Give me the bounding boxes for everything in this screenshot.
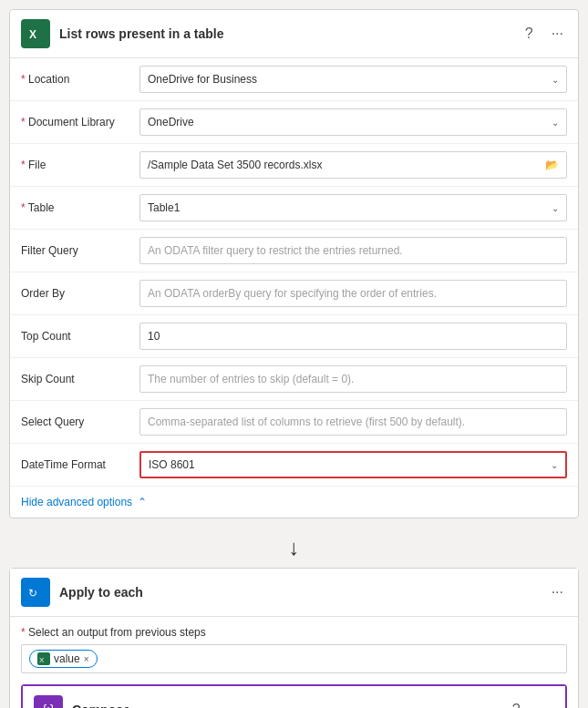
table-label: Table bbox=[21, 201, 139, 214]
compose-more-button[interactable]: ··· bbox=[535, 700, 554, 708]
more-button[interactable]: ··· bbox=[548, 24, 567, 44]
svg-text:X: X bbox=[39, 656, 45, 663]
down-arrow-icon: ↓ bbox=[289, 535, 300, 560]
list-rows-body: Location OneDrive for Business ⌄ Documen… bbox=[10, 58, 578, 518]
order-by-input[interactable]: An ODATA orderBy query for specifying th… bbox=[139, 280, 567, 307]
doc-library-row: Document Library OneDrive ⌄ bbox=[10, 101, 578, 144]
list-rows-title: List rows present in a table bbox=[59, 26, 521, 41]
excel-icon: X bbox=[21, 19, 50, 48]
apply-to-each-body: Select an output from previous steps X v… bbox=[10, 617, 578, 708]
skip-count-row: Skip Count The number of entries to skip… bbox=[10, 358, 578, 401]
compose-header: {;} Compose ? ··· bbox=[23, 686, 565, 708]
compose-card: {;} Compose ? ··· Inputs X StartDate bbox=[21, 684, 567, 708]
doc-library-label: Document Library bbox=[21, 116, 139, 128]
file-input[interactable]: /Sample Data Set 3500 records.xlsx 📂 bbox=[139, 151, 567, 179]
datetime-format-row: DateTime Format ISO 8601 ⌄ bbox=[10, 444, 578, 487]
hide-advanced-label: Hide advanced options bbox=[21, 496, 132, 508]
filter-query-label: Filter Query bbox=[21, 244, 139, 257]
file-value: /Sample Data Set 3500 records.xlsx bbox=[148, 159, 322, 171]
table-dropdown[interactable]: Table1 ⌄ bbox=[139, 194, 567, 221]
compose-help-button[interactable]: ? bbox=[509, 700, 524, 708]
location-arrow-icon: ⌄ bbox=[552, 75, 559, 85]
svg-text:X: X bbox=[29, 28, 36, 41]
select-query-input[interactable]: Comma-separated list of columns to retri… bbox=[139, 408, 567, 436]
select-query-row: Select Query Comma-separated list of col… bbox=[10, 401, 578, 444]
top-count-row: Top Count 10 bbox=[10, 315, 578, 358]
compose-header-actions: ? ··· bbox=[509, 700, 554, 708]
compose-title: Compose bbox=[72, 703, 509, 708]
doc-library-dropdown[interactable]: OneDrive ⌄ bbox=[139, 108, 567, 136]
filter-query-row: Filter Query An ODATA filter query to re… bbox=[10, 230, 578, 272]
datetime-format-dropdown[interactable]: ISO 8601 ⌄ bbox=[139, 451, 567, 478]
header-actions: ? ··· bbox=[521, 24, 567, 44]
filter-query-input[interactable]: An ODATA filter query to restrict the en… bbox=[139, 237, 567, 264]
hide-advanced-btn[interactable]: Hide advanced options ⌃ bbox=[10, 487, 578, 518]
help-button[interactable]: ? bbox=[521, 24, 537, 44]
datetime-format-arrow-icon: ⌄ bbox=[551, 460, 558, 470]
connector-arrow: ↓ bbox=[9, 528, 579, 568]
apply-more-button[interactable]: ··· bbox=[548, 582, 567, 602]
value-token-label: value bbox=[54, 652, 80, 665]
location-dropdown[interactable]: OneDrive for Business ⌄ bbox=[139, 66, 567, 93]
top-count-value: 10 bbox=[148, 330, 160, 343]
table-arrow-icon: ⌄ bbox=[552, 203, 559, 213]
value-token-close[interactable]: × bbox=[84, 654, 89, 664]
file-label: File bbox=[21, 159, 139, 171]
compose-icon: {;} bbox=[34, 695, 63, 708]
location-value: OneDrive for Business bbox=[148, 73, 257, 86]
apply-to-each-title: Apply to each bbox=[59, 585, 548, 600]
loop-icon: ↻ bbox=[21, 578, 50, 607]
order-by-row: Order By An ODATA orderBy query for spec… bbox=[10, 272, 578, 315]
apply-to-each-header: ↻ Apply to each ··· bbox=[10, 569, 578, 617]
skip-count-label: Skip Count bbox=[21, 373, 139, 385]
order-by-placeholder: An ODATA orderBy query for specifying th… bbox=[148, 287, 437, 300]
value-token: X value × bbox=[29, 650, 98, 668]
select-query-label: Select Query bbox=[21, 416, 139, 428]
skip-count-placeholder: The number of entries to skip (default =… bbox=[148, 373, 354, 385]
datetime-format-label: DateTime Format bbox=[21, 458, 139, 471]
select-output-input[interactable]: X value × bbox=[21, 644, 567, 673]
file-row: File /Sample Data Set 3500 records.xlsx … bbox=[10, 144, 578, 187]
doc-library-arrow-icon: ⌄ bbox=[552, 118, 559, 128]
location-label: Location bbox=[21, 73, 139, 86]
order-by-label: Order By bbox=[21, 287, 139, 300]
top-count-input[interactable]: 10 bbox=[139, 323, 567, 350]
value-token-icon: X bbox=[37, 652, 50, 665]
table-row: Table Table1 ⌄ bbox=[10, 187, 578, 230]
top-count-label: Top Count bbox=[21, 330, 139, 343]
doc-library-value: OneDrive bbox=[148, 116, 194, 128]
list-rows-card: X List rows present in a table ? ··· Loc… bbox=[9, 9, 579, 518]
select-query-placeholder: Comma-separated list of columns to retri… bbox=[148, 416, 465, 428]
datetime-format-value: ISO 8601 bbox=[149, 458, 195, 471]
skip-count-input[interactable]: The number of entries to skip (default =… bbox=[139, 365, 567, 393]
apply-to-each-card: ↻ Apply to each ··· Select an output fro… bbox=[9, 568, 579, 708]
filter-query-placeholder: An ODATA filter query to restrict the en… bbox=[148, 244, 403, 257]
file-folder-icon: 📂 bbox=[545, 159, 559, 171]
location-row: Location OneDrive for Business ⌄ bbox=[10, 58, 578, 101]
table-value: Table1 bbox=[148, 201, 180, 214]
list-rows-header: X List rows present in a table ? ··· bbox=[10, 10, 578, 58]
select-output-label: Select an output from previous steps bbox=[21, 626, 567, 639]
svg-text:↻: ↻ bbox=[28, 587, 37, 600]
chevron-up-icon: ⌃ bbox=[138, 496, 147, 508]
